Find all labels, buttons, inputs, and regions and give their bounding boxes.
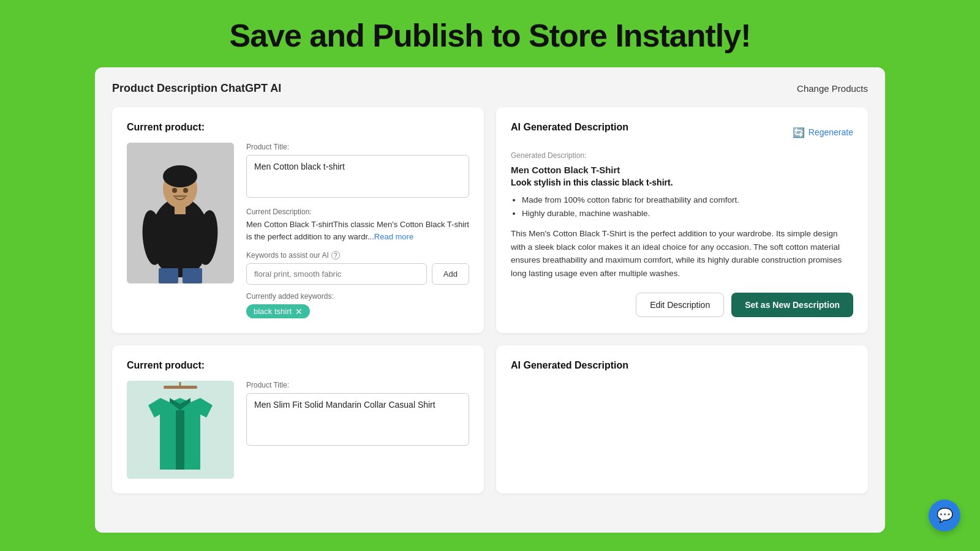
add-keyword-btn-1[interactable]: Add	[432, 263, 469, 285]
help-icon-1[interactable]: ?	[331, 251, 340, 260]
product-title-input-2[interactable]: Men Slim Fit Solid Mandarin Collar Casua…	[246, 393, 469, 446]
svg-rect-13	[164, 386, 197, 389]
ai-1-card-header: AI Generated Description 🔄 Regenerate	[511, 122, 853, 143]
set-new-desc-btn-1[interactable]: Set as New Description	[731, 293, 853, 317]
current-desc-label-1: Current Description:	[246, 208, 469, 216]
keyword-tag-remove-1[interactable]: ✕	[295, 307, 303, 316]
svg-rect-3	[175, 206, 186, 214]
product-1-card: Current product:	[112, 107, 484, 333]
svg-point-10	[183, 188, 188, 193]
current-desc-text-1: Men Cotton Black T-shirtThis classic Men…	[246, 219, 469, 242]
keywords-label-1: Keywords to assist our AI ?	[246, 251, 469, 260]
read-more-link-1[interactable]: Read more	[374, 232, 413, 241]
product-2-layout: Product Title: Men Slim Fit Solid Mandar…	[127, 381, 469, 479]
ai-section-label-2: AI Generated Description	[511, 360, 853, 371]
main-container: Product Description ChatGPT AI Change Pr…	[95, 67, 885, 533]
app-header: Product Description ChatGPT AI Change Pr…	[112, 82, 868, 95]
product-1-form: Product Title: Men Cotton black t-shirt …	[246, 143, 469, 318]
action-btns-1: Edit Description Set as New Description	[511, 293, 853, 317]
product-row-1: Current product:	[112, 107, 868, 333]
gen-desc-bullet-1-1: Made from 100% cotton fabric for breatha…	[522, 193, 853, 207]
svg-point-9	[172, 188, 177, 193]
product-1-image	[127, 143, 234, 283]
regenerate-icon-1: 🔄	[793, 127, 805, 138]
gen-desc-tagline-1: Look stylish in this classic black t-shi…	[511, 178, 853, 187]
gen-desc-bullet-1-2: Highly durable, machine washable.	[522, 207, 853, 220]
product-2-image	[127, 381, 234, 479]
ai-section-label-1: AI Generated Description	[511, 122, 628, 133]
ai-1-card: AI Generated Description 🔄 Regenerate Ge…	[496, 107, 868, 333]
gen-desc-body-1: This Men's Cotton Black T-Shirt is the p…	[511, 227, 853, 280]
ai-2-card: AI Generated Description	[496, 345, 868, 493]
products-grid: Current product:	[112, 107, 868, 493]
svg-rect-7	[159, 268, 178, 283]
product-2-image-wrap	[127, 381, 234, 479]
edit-desc-btn-1[interactable]: Edit Description	[636, 293, 724, 317]
current-product-label-2: Current product:	[127, 360, 469, 371]
product-title-label-2: Product Title:	[246, 381, 469, 389]
gen-desc-list-1: Made from 100% cotton fabric for breatha…	[522, 193, 853, 220]
added-keywords-label-1: Currently added keywords:	[246, 292, 469, 301]
change-products-link[interactable]: Change Products	[797, 83, 868, 94]
product-title-input-1[interactable]: Men Cotton black t-shirt	[246, 155, 469, 198]
product-1-image-wrap	[127, 143, 234, 318]
chat-bubble[interactable]: 💬	[929, 500, 960, 531]
product-2-card: Current product:	[112, 345, 484, 493]
keyword-input-row-1: Add	[246, 263, 469, 285]
svg-point-4	[163, 165, 197, 187]
svg-rect-8	[183, 268, 202, 283]
keyword-tag-1: black tshirt ✕	[246, 304, 310, 318]
regenerate-btn-1[interactable]: 🔄 Regenerate	[793, 127, 853, 138]
current-product-label-1: Current product:	[127, 122, 469, 133]
page-header: Save and Publish to Store Instantly!	[0, 0, 980, 67]
page-title: Save and Publish to Store Instantly!	[0, 17, 980, 54]
keyword-input-1[interactable]	[246, 263, 427, 285]
svg-rect-11	[173, 195, 187, 197]
svg-rect-15	[176, 410, 184, 470]
gen-desc-label-1: Generated Description:	[511, 151, 853, 160]
product-2-form: Product Title: Men Slim Fit Solid Mandar…	[246, 381, 469, 479]
product-1-layout: Product Title: Men Cotton black t-shirt …	[127, 143, 469, 318]
app-title: Product Description ChatGPT AI	[112, 82, 281, 95]
gen-desc-product-title-1: Men Cotton Black T-Shirt	[511, 165, 853, 175]
product-title-label-1: Product Title:	[246, 143, 469, 151]
product-row-2: Current product:	[112, 345, 868, 493]
chat-bubble-icon: 💬	[937, 508, 953, 523]
